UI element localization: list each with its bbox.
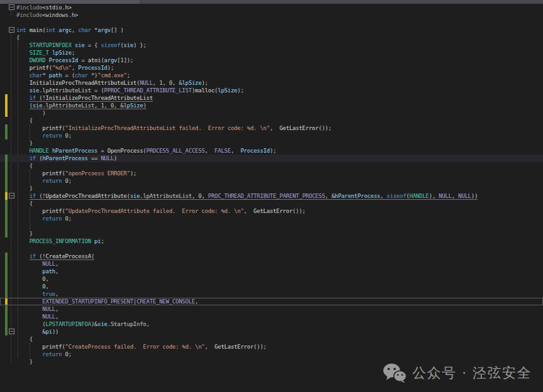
code-text[interactable]: }: [16, 230, 543, 237]
code-text[interactable]: return 0;: [16, 132, 543, 139]
code-line[interactable]: EXTENDED_STARTUPINFO_PRESENT|CREATE_NEW_…: [0, 298, 543, 305]
code-text[interactable]: ): [16, 109, 543, 117]
code-line[interactable]: ): [0, 109, 543, 117]
code-text[interactable]: }: [16, 185, 543, 192]
code-line[interactable]: char* path = (char *)"cmd.exe";: [0, 72, 543, 79]
fold-toggle-icon[interactable]: [9, 4, 14, 10]
code-text[interactable]: (sie.lpAttributeList, 1, 0, &lpSize): [16, 102, 543, 109]
code-text[interactable]: NULL,: [16, 305, 543, 313]
code-text[interactable]: DWORD ProcessId = atoi(argv[1]);: [16, 57, 543, 64]
fold-toggle-icon[interactable]: [9, 27, 14, 33]
code-text[interactable]: if (!InitializeProcThreadAttributeList: [16, 94, 543, 102]
code-line[interactable]: {: [0, 335, 543, 343]
code-line[interactable]: printf("openPrcoess ERROER");: [0, 170, 543, 177]
code-text[interactable]: {: [16, 335, 543, 343]
code-line[interactable]: PROCESS_INFORMATION pi;: [0, 237, 543, 245]
code-text[interactable]: int main(int argc, char *argv[] ): [16, 26, 543, 34]
code-text[interactable]: PROCESS_INFORMATION pi;: [16, 237, 543, 245]
code-text[interactable]: &pi)): [16, 328, 543, 335]
code-text[interactable]: [16, 19, 543, 26]
code-line[interactable]: printf("UpdateProcThreadAttribute failed…: [0, 207, 543, 215]
code-text[interactable]: printf("CreateProcess failed. Error code…: [16, 343, 543, 351]
code-line[interactable]: #include<windows.h>: [0, 11, 543, 19]
code-text[interactable]: {: [16, 200, 543, 207]
code-line[interactable]: {: [0, 200, 543, 207]
code-line[interactable]: NULL,: [0, 313, 543, 320]
code-text[interactable]: printf("%d\n", ProcessId);: [16, 64, 543, 72]
code-text[interactable]: {: [16, 117, 543, 124]
code-text[interactable]: true,: [16, 290, 543, 298]
code-line[interactable]: HANDLE hParentProcess = OpenProcess(PROC…: [0, 147, 543, 155]
code-text[interactable]: STARTUPINFOEX sie = { sizeof(sie) };: [16, 41, 543, 49]
code-text[interactable]: printf("openPrcoess ERROER");: [16, 170, 543, 177]
code-line[interactable]: printf("%d\n", ProcessId);: [0, 64, 543, 72]
code-line[interactable]: if (!CreateProcessA(: [0, 253, 543, 260]
code-line[interactable]: (sie.lpAttributeList, 1, 0, &lpSize): [0, 102, 543, 109]
code-line[interactable]: {: [0, 117, 543, 124]
code-lines[interactable]: #include<stdio.h>#include<windows.h>int …: [0, 4, 543, 366]
code-text[interactable]: [16, 245, 543, 253]
code-line[interactable]: [0, 245, 543, 253]
code-text[interactable]: 0,: [16, 275, 543, 283]
code-line[interactable]: 0,: [0, 275, 543, 283]
code-line[interactable]: STARTUPINFOEX sie = { sizeof(sie) };: [0, 41, 543, 49]
code-text[interactable]: [16, 222, 543, 230]
code-line[interactable]: true,: [0, 290, 543, 298]
code-text[interactable]: NULL,: [16, 260, 543, 268]
code-line[interactable]: SIZE_T lpSize;: [0, 49, 543, 57]
code-text[interactable]: if (!CreateProcessA(: [16, 253, 543, 260]
code-text[interactable]: if (!UpdateProcThreadAttribute(sie.lpAtt…: [16, 192, 543, 200]
code-line[interactable]: InitializeProcThreadAttributeList(NULL, …: [0, 79, 543, 87]
code-line[interactable]: {: [0, 34, 543, 41]
code-line[interactable]: return 0;: [0, 351, 543, 358]
code-line[interactable]: {: [0, 162, 543, 170]
code-line[interactable]: DWORD ProcessId = atoi(argv[1]);: [0, 57, 543, 64]
code-text[interactable]: InitializeProcThreadAttributeList(NULL, …: [16, 79, 543, 87]
code-text[interactable]: (LPSTARTUPINFOA)&sie.StartupInfo,: [16, 320, 543, 328]
fold-toggle-icon[interactable]: [9, 193, 14, 199]
code-text[interactable]: HANDLE hParentProcess = OpenProcess(PROC…: [16, 147, 543, 155]
code-line[interactable]: &pi)): [0, 328, 543, 335]
code-line[interactable]: }: [0, 185, 543, 192]
code-text[interactable]: {: [16, 34, 543, 41]
code-editor[interactable]: #include<stdio.h>#include<windows.h>int …: [0, 4, 543, 392]
code-line[interactable]: NULL,: [0, 260, 543, 268]
code-line[interactable]: if (!UpdateProcThreadAttribute(sie.lpAtt…: [0, 192, 543, 200]
code-line[interactable]: path,: [0, 268, 543, 275]
code-text[interactable]: printf("UpdateProcThreadAttribute failed…: [16, 207, 543, 215]
code-line[interactable]: 0,: [0, 283, 543, 290]
code-line[interactable]: printf("InitializeProcThreadAttributeLis…: [0, 124, 543, 132]
code-text[interactable]: return 0;: [16, 215, 543, 222]
code-text[interactable]: 0,: [16, 283, 543, 290]
fold-toggle-icon[interactable]: [9, 329, 14, 334]
code-text[interactable]: char* path = (char *)"cmd.exe";: [16, 72, 543, 79]
code-line[interactable]: (LPSTARTUPINFOA)&sie.StartupInfo,: [0, 320, 543, 328]
code-text[interactable]: {: [16, 162, 543, 170]
code-line[interactable]: if (!InitializeProcThreadAttributeList: [0, 94, 543, 102]
code-text[interactable]: if (hParentProcess == NULL): [16, 155, 543, 162]
code-text[interactable]: sie.lpAttributeList = (PPROC_THREAD_ATTR…: [16, 87, 543, 94]
code-line[interactable]: int main(int argc, char *argv[] ): [0, 26, 543, 34]
code-line[interactable]: }: [0, 139, 543, 147]
code-text[interactable]: EXTENDED_STARTUPINFO_PRESENT|CREATE_NEW_…: [16, 298, 543, 305]
code-line[interactable]: [0, 222, 543, 230]
code-line[interactable]: NULL,: [0, 305, 543, 313]
code-line[interactable]: }: [0, 230, 543, 237]
code-line[interactable]: return 0;: [0, 177, 543, 185]
code-text[interactable]: SIZE_T lpSize;: [16, 49, 543, 57]
code-text[interactable]: printf("InitializeProcThreadAttributeLis…: [16, 124, 543, 132]
code-line[interactable]: #include<stdio.h>: [0, 4, 543, 11]
code-line[interactable]: return 0;: [0, 132, 543, 139]
code-text[interactable]: #include<stdio.h>: [16, 4, 543, 11]
code-text[interactable]: return 0;: [16, 351, 543, 358]
code-text[interactable]: path,: [16, 268, 543, 275]
code-text[interactable]: NULL,: [16, 313, 543, 320]
code-text[interactable]: #include<windows.h>: [16, 11, 543, 19]
code-line[interactable]: sie.lpAttributeList = (PPROC_THREAD_ATTR…: [0, 87, 543, 94]
code-text[interactable]: }: [16, 139, 543, 147]
code-line[interactable]: printf("CreateProcess failed. Error code…: [0, 343, 543, 351]
code-text[interactable]: return 0;: [16, 177, 543, 185]
code-line[interactable]: return 0;: [0, 215, 543, 222]
code-line[interactable]: [0, 19, 543, 26]
code-line[interactable]: if (hParentProcess == NULL): [0, 155, 543, 162]
